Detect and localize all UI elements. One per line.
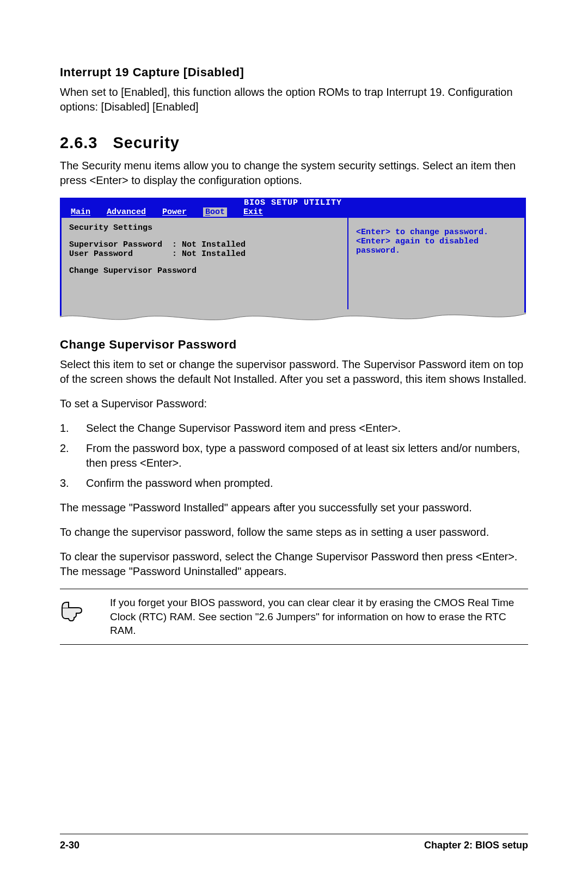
- bios-tabs: Main Advanced Power Boot Exit: [60, 207, 526, 218]
- change-pw-p4: To change the supervisor password, follo…: [60, 525, 528, 540]
- hand-pointing-icon: [60, 596, 98, 626]
- section-intro: The Security menu items allow you to cha…: [60, 158, 528, 188]
- step-3: 3.Confirm the password when prompted.: [60, 476, 528, 491]
- bios-row-user: User Password : Not Installed: [69, 249, 340, 259]
- change-pw-p2: To set a Supervisor Password:: [60, 396, 528, 411]
- bios-tab-boot: Boot: [203, 207, 227, 217]
- change-pw-p3: The message "Password Installed" appears…: [60, 500, 528, 515]
- svg-rect-0: [60, 308, 62, 316]
- bios-panel-title: Security Settings: [69, 223, 340, 233]
- interrupt-heading: Interrupt 19 Capture [Disabled]: [60, 65, 528, 80]
- bios-title: BIOS SETUP UTILITY: [60, 198, 526, 207]
- torn-edge-graphic: [60, 308, 526, 326]
- page-number: 2-30: [60, 840, 79, 851]
- chapter-label: Chapter 2: BIOS setup: [424, 840, 528, 851]
- step-2: 2.From the password box, type a password…: [60, 441, 528, 471]
- bios-tab-main: Main: [71, 207, 90, 217]
- page-footer: 2-30 Chapter 2: BIOS setup: [60, 834, 528, 851]
- bios-tab-advanced: Advanced: [107, 207, 146, 217]
- steps-list: 1.Select the Change Supervisor Password …: [60, 421, 528, 491]
- change-pw-heading: Change Supervisor Password: [60, 338, 528, 352]
- bios-tab-exit: Exit: [243, 207, 263, 217]
- bios-tab-power: Power: [162, 207, 187, 217]
- section-number: 2.6.3: [60, 134, 98, 152]
- note-text: If you forget your BIOS password, you ca…: [110, 596, 528, 638]
- bios-help-text: <Enter> to change password. <Enter> agai…: [348, 218, 524, 309]
- step-1: 1.Select the Change Supervisor Password …: [60, 421, 528, 436]
- bios-action-change-supervisor: Change Supervisor Password: [69, 266, 340, 276]
- section-heading: 2.6.3Security: [60, 134, 528, 152]
- bios-row-supervisor: Supervisor Password : Not Installed: [69, 240, 340, 249]
- note-callout: If you forget your BIOS password, you ca…: [60, 589, 528, 645]
- interrupt-body: When set to [Enabled], this function all…: [60, 85, 528, 114]
- section-title: Security: [113, 134, 180, 151]
- bios-screenshot: BIOS SETUP UTILITY Main Advanced Power B…: [60, 198, 526, 309]
- change-pw-p1: Select this item to set or change the su…: [60, 357, 528, 387]
- change-pw-p5: To clear the supervisor password, select…: [60, 549, 528, 579]
